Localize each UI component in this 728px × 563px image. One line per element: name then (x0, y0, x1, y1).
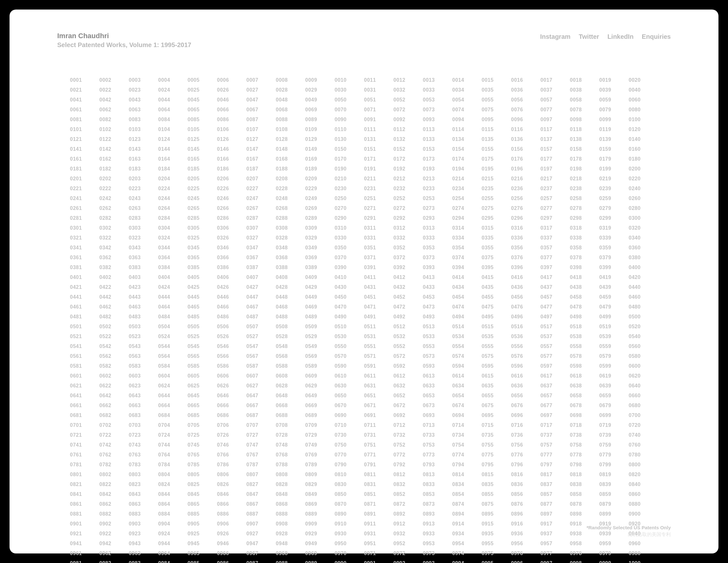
patent-link[interactable]: 0226 (217, 186, 247, 191)
patent-link[interactable]: 0714 (452, 422, 482, 428)
patent-link[interactable]: 0760 (629, 442, 658, 448)
patent-link[interactable]: 0150 (335, 146, 364, 152)
patent-link[interactable]: 0256 (511, 196, 541, 201)
patent-link[interactable]: 0120 (629, 127, 658, 132)
patent-link[interactable]: 0657 (540, 393, 570, 399)
patent-link[interactable]: 0712 (394, 422, 423, 428)
patent-link[interactable]: 0783 (129, 462, 158, 468)
patent-link[interactable]: 0294 (452, 215, 482, 221)
patent-link[interactable]: 0650 (335, 393, 364, 399)
patent-link[interactable]: 0989 (305, 560, 335, 563)
patent-link[interactable]: 0435 (482, 285, 511, 290)
patent-link[interactable]: 0809 (305, 472, 335, 477)
patent-link[interactable]: 0750 (335, 442, 364, 448)
patent-link[interactable]: 0010 (335, 77, 364, 83)
patent-link[interactable]: 0105 (188, 127, 217, 132)
patent-link[interactable]: 0041 (70, 97, 100, 103)
patent-link[interactable]: 0571 (364, 354, 394, 359)
patent-link[interactable]: 0829 (305, 482, 335, 487)
patent-link[interactable]: 0902 (100, 521, 129, 527)
patent-link[interactable]: 0115 (482, 127, 511, 132)
patent-link[interactable]: 0770 (335, 452, 364, 458)
patent-link[interactable]: 0748 (276, 442, 306, 448)
patent-link[interactable]: 0895 (482, 511, 511, 517)
patent-link[interactable]: 0205 (188, 176, 217, 182)
patent-link[interactable]: 0220 (629, 176, 658, 182)
patent-link[interactable]: 0866 (217, 501, 247, 507)
patent-link[interactable]: 0746 (217, 442, 247, 448)
patent-link[interactable]: 0091 (364, 117, 394, 122)
patent-link[interactable]: 0213 (423, 176, 452, 182)
patent-link[interactable]: 0464 (158, 304, 188, 310)
patent-link[interactable]: 0473 (423, 304, 452, 310)
patent-link[interactable]: 0429 (305, 285, 335, 290)
patent-link[interactable]: 0527 (246, 334, 276, 340)
patent-link[interactable]: 0530 (335, 334, 364, 340)
patent-link[interactable]: 0187 (246, 166, 276, 172)
patent-link[interactable]: 0378 (570, 255, 600, 260)
patent-link[interactable]: 0355 (482, 245, 511, 250)
patent-link[interactable]: 0083 (129, 117, 158, 122)
patent-link[interactable]: 0876 (511, 501, 541, 507)
patent-link[interactable]: 0975 (482, 551, 511, 556)
patent-link[interactable]: 0132 (394, 136, 423, 142)
patent-link[interactable]: 0174 (452, 156, 482, 162)
patent-link[interactable]: 0604 (158, 373, 188, 379)
patent-link[interactable]: 0487 (246, 314, 276, 320)
patent-link[interactable]: 0496 (511, 314, 541, 320)
patent-link[interactable]: 0344 (158, 245, 188, 250)
patent-link[interactable]: 0688 (276, 413, 306, 418)
patent-link[interactable]: 0340 (629, 235, 658, 241)
patent-link[interactable]: 0118 (570, 127, 600, 132)
patent-link[interactable]: 0880 (629, 501, 658, 507)
patent-link[interactable]: 0525 (188, 334, 217, 340)
patent-link[interactable]: 0194 (452, 166, 482, 172)
patent-link[interactable]: 0323 (129, 235, 158, 241)
patent-link[interactable]: 0251 (364, 196, 394, 201)
patent-link[interactable]: 0408 (276, 274, 306, 280)
patent-link[interactable]: 0768 (276, 452, 306, 458)
patent-link[interactable]: 0893 (423, 511, 452, 517)
patent-link[interactable]: 0197 (540, 166, 570, 172)
patent-link[interactable]: 0126 (217, 136, 247, 142)
patent-link[interactable]: 0637 (540, 383, 570, 389)
patent-link[interactable]: 0085 (188, 117, 217, 122)
patent-link[interactable]: 0522 (100, 334, 129, 340)
patent-link[interactable]: 0176 (511, 156, 541, 162)
patent-link[interactable]: 0309 (305, 225, 335, 231)
patent-link[interactable]: 0380 (629, 255, 658, 260)
patent-link[interactable]: 0864 (158, 501, 188, 507)
patent-link[interactable]: 0155 (482, 146, 511, 152)
patent-link[interactable]: 0856 (511, 491, 541, 497)
patent-link[interactable]: 0305 (188, 225, 217, 231)
patent-link[interactable]: 0124 (158, 136, 188, 142)
patent-link[interactable]: 0699 (599, 413, 629, 418)
patent-link[interactable]: 0661 (70, 403, 100, 409)
patent-link[interactable]: 0077 (540, 107, 570, 113)
patent-link[interactable]: 0494 (452, 314, 482, 320)
patent-link[interactable]: 0576 (511, 354, 541, 359)
patent-link[interactable]: 0728 (276, 432, 306, 438)
patent-link[interactable]: 0852 (394, 491, 423, 497)
patent-link[interactable]: 0316 (511, 225, 541, 231)
patent-link[interactable]: 0986 (217, 560, 247, 563)
patent-link[interactable]: 0112 (394, 127, 423, 132)
patent-link[interactable]: 0964 (158, 551, 188, 556)
patent-link[interactable]: 0660 (629, 393, 658, 399)
patent-link[interactable]: 0897 (540, 511, 570, 517)
patent-link[interactable]: 0144 (158, 146, 188, 152)
patent-link[interactable]: 0489 (305, 314, 335, 320)
patent-link[interactable]: 0381 (70, 264, 100, 270)
patent-link[interactable]: 0177 (540, 156, 570, 162)
patent-link[interactable]: 0810 (335, 472, 364, 477)
patent-link[interactable]: 0793 (423, 462, 452, 468)
patent-link[interactable]: 0152 (394, 146, 423, 152)
patent-link[interactable]: 0427 (246, 285, 276, 290)
patent-link[interactable]: 0711 (364, 422, 394, 428)
patent-link[interactable]: 0826 (217, 482, 247, 487)
patent-link[interactable]: 0801 (70, 472, 100, 477)
patent-link[interactable]: 0950 (335, 541, 364, 546)
patent-link[interactable]: 0761 (70, 452, 100, 458)
patent-link[interactable]: 0199 (599, 166, 629, 172)
patent-link[interactable]: 0984 (158, 560, 188, 563)
